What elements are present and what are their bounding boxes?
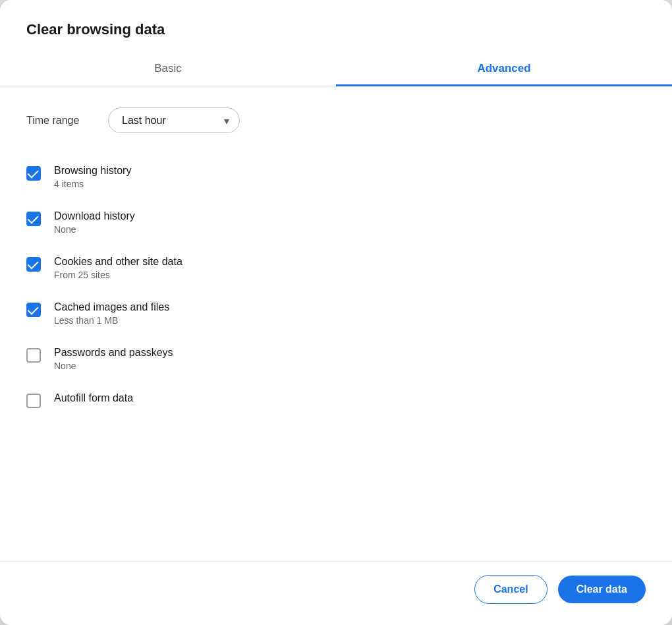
tab-advanced[interactable]: Advanced [336, 51, 672, 86]
checkbox-sub-download-history: None [54, 224, 135, 235]
checkbox-sub-passwords: None [54, 361, 173, 371]
checkbox-item-autofill: Autofill form data [26, 382, 646, 419]
checkbox-sub-browsing-history: 4 items [54, 179, 131, 189]
checkbox-sub-cookies: From 25 sites [54, 270, 182, 280]
time-range-select-wrapper: Last hour Last 24 hours Last 7 days Last… [108, 107, 240, 133]
checkbox-item-cookies: Cookies and other site data From 25 site… [26, 245, 646, 291]
tab-bar: Basic Advanced [0, 51, 672, 86]
checkbox-cached[interactable] [26, 303, 41, 317]
checkbox-sub-cached: Less than 1 MB [54, 315, 169, 326]
checkbox-label-autofill: Autofill form data [54, 392, 133, 404]
dialog-footer: Cancel Clear data [0, 561, 672, 625]
checkbox-label-passwords: Passwords and passkeys [54, 347, 173, 359]
checkbox-item-download-history: Download history None [26, 200, 646, 245]
clear-data-button[interactable]: Clear data [558, 576, 646, 603]
checkbox-item-passwords: Passwords and passkeys None [26, 336, 646, 382]
checkbox-item-browsing-history: Browsing history 4 items [26, 154, 646, 200]
checkbox-label-cookies: Cookies and other site data [54, 256, 182, 268]
checkbox-label-download-history: Download history [54, 210, 135, 222]
checkbox-download-history[interactable] [26, 212, 41, 226]
tab-basic[interactable]: Basic [0, 51, 336, 86]
dialog-title: Clear browsing data [0, 0, 672, 51]
checkbox-cookies[interactable] [26, 257, 41, 272]
checkbox-label-browsing-history: Browsing history [54, 165, 131, 177]
time-range-row: Time range Last hour Last 24 hours Last … [26, 107, 646, 133]
checkbox-browsing-history[interactable] [26, 166, 41, 181]
checkbox-autofill[interactable] [26, 394, 41, 408]
checkbox-list: Browsing history 4 items Download histor… [26, 154, 646, 419]
clear-browsing-data-dialog: Clear browsing data Basic Advanced Time … [0, 0, 672, 625]
checkbox-item-cached: Cached images and files Less than 1 MB [26, 291, 646, 336]
checkbox-passwords[interactable] [26, 348, 41, 363]
cancel-button[interactable]: Cancel [474, 575, 547, 604]
time-range-select[interactable]: Last hour Last 24 hours Last 7 days Last… [108, 107, 240, 133]
dialog-content: Time range Last hour Last 24 hours Last … [0, 86, 672, 561]
checkbox-label-cached: Cached images and files [54, 301, 169, 313]
time-range-label: Time range [26, 115, 92, 127]
